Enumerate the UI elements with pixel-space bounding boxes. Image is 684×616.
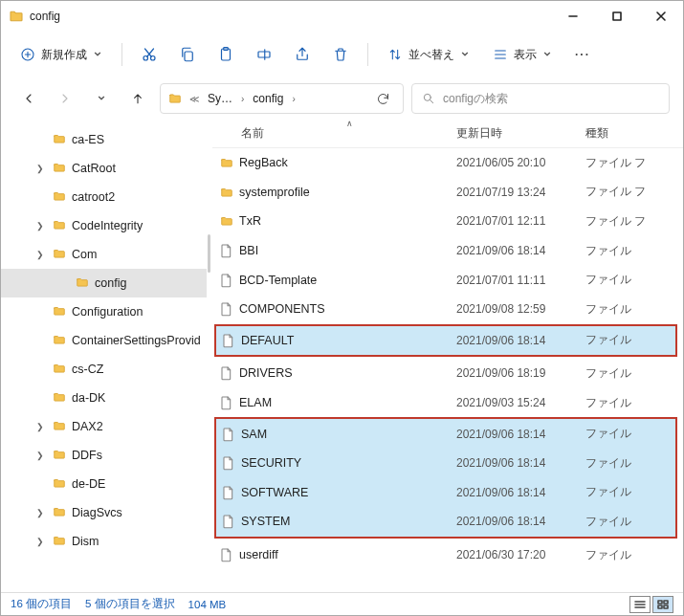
tree-item[interactable]: config bbox=[1, 269, 207, 297]
file-name: SYSTEM bbox=[241, 515, 456, 528]
file-row[interactable]: DEFAULT2021/09/06 18:14ファイル bbox=[216, 326, 675, 356]
expand-icon[interactable]: ❯ bbox=[33, 250, 47, 259]
file-icon bbox=[220, 485, 241, 500]
column-headers[interactable]: ∧ 名前 更新日時 種類 bbox=[212, 120, 683, 148]
breadcrumb-segment[interactable]: config bbox=[250, 90, 286, 107]
tree-item[interactable]: ❯CodeIntegrity bbox=[1, 211, 207, 240]
paste-button[interactable] bbox=[209, 39, 243, 70]
folder-icon bbox=[51, 218, 68, 234]
file-name: SOFTWARE bbox=[241, 486, 456, 499]
status-size: 104 MB bbox=[188, 599, 227, 610]
folder-icon bbox=[51, 390, 68, 407]
expand-icon[interactable]: ❯ bbox=[33, 451, 47, 460]
copy-button[interactable] bbox=[170, 39, 205, 70]
forward-button[interactable] bbox=[51, 84, 79, 113]
file-date: 2021/09/06 18:14 bbox=[456, 456, 585, 470]
file-icon bbox=[218, 365, 239, 381]
file-type: ファイル bbox=[585, 547, 683, 563]
minimize-button[interactable] bbox=[551, 1, 595, 32]
expand-icon[interactable]: ❯ bbox=[33, 422, 47, 431]
file-row[interactable]: SOFTWARE2021/09/06 18:14ファイル bbox=[216, 478, 675, 508]
chevron-icon[interactable]: › bbox=[239, 94, 246, 104]
col-name[interactable]: 名前 bbox=[212, 125, 456, 142]
splitter[interactable] bbox=[207, 120, 212, 592]
tree-item[interactable]: da-DK bbox=[1, 384, 207, 412]
folder-tree[interactable]: ca-ES❯CatRootcatroot2❯CodeIntegrity❯Comc… bbox=[1, 120, 207, 592]
rename-button[interactable] bbox=[247, 39, 281, 70]
tree-item[interactable]: ❯DAX2 bbox=[1, 412, 207, 441]
view-icons-button[interactable] bbox=[652, 596, 673, 613]
chevron-icon[interactable]: › bbox=[290, 94, 297, 104]
file-row[interactable]: DRIVERS2021/09/06 18:19ファイル bbox=[212, 359, 683, 388]
tree-item[interactable]: cs-CZ bbox=[1, 355, 207, 384]
svg-rect-12 bbox=[664, 605, 668, 608]
tree-item-label: de-DE bbox=[72, 477, 105, 491]
expand-icon[interactable]: ❯ bbox=[33, 537, 47, 546]
folder-icon bbox=[51, 189, 68, 206]
file-row[interactable]: SAM2021/09/06 18:14ファイル bbox=[216, 419, 675, 449]
expand-icon[interactable]: ❯ bbox=[33, 221, 47, 231]
file-name: systemprofile bbox=[239, 186, 456, 199]
file-row[interactable]: RegBack2021/06/05 20:10ファイル フ bbox=[212, 148, 683, 178]
tree-item-label: catroot2 bbox=[72, 190, 115, 204]
tree-item[interactable]: ca-ES bbox=[1, 125, 207, 154]
file-name: COMPONENTS bbox=[239, 302, 456, 316]
up-button[interactable] bbox=[123, 84, 152, 113]
refresh-button[interactable] bbox=[368, 84, 397, 113]
tree-item[interactable]: ❯CatRoot bbox=[1, 154, 207, 183]
more-button[interactable]: ··· bbox=[565, 39, 600, 70]
folder-icon bbox=[51, 505, 68, 521]
file-row[interactable]: SYSTEM2021/09/06 18:14ファイル bbox=[216, 507, 675, 537]
file-row[interactable]: SECURITY2021/09/06 18:14ファイル bbox=[216, 449, 675, 478]
tree-item[interactable]: de-DE bbox=[1, 470, 207, 498]
folder-icon bbox=[51, 448, 68, 464]
folder-icon bbox=[218, 156, 239, 169]
recent-dropdown[interactable] bbox=[87, 84, 116, 113]
tree-item[interactable]: ❯Dism bbox=[1, 527, 207, 556]
view-button[interactable]: 表示 bbox=[483, 39, 562, 70]
new-button[interactable]: 新規作成 bbox=[11, 39, 112, 70]
breadcrumb-segment[interactable]: Sy… bbox=[205, 90, 235, 107]
file-date: 2021/09/08 12:59 bbox=[456, 302, 585, 316]
sort-button[interactable]: 並べ替え bbox=[378, 39, 479, 70]
file-row[interactable]: systemprofile2021/07/19 13:24ファイル フ bbox=[212, 178, 683, 208]
share-button[interactable] bbox=[285, 39, 320, 70]
view-details-button[interactable] bbox=[629, 596, 651, 613]
file-type: ファイル bbox=[585, 514, 675, 530]
tree-item[interactable]: catroot2 bbox=[1, 183, 207, 211]
tree-item[interactable]: ContainerSettingsProvid bbox=[1, 326, 207, 355]
file-row[interactable]: BCD-Template2021/07/01 11:11ファイル bbox=[212, 265, 683, 295]
expand-icon[interactable]: ❯ bbox=[33, 508, 47, 517]
cut-button[interactable] bbox=[132, 39, 166, 70]
tree-item[interactable]: ❯DiagSvcs bbox=[1, 498, 207, 527]
col-type[interactable]: 種類 bbox=[585, 125, 683, 142]
file-icon bbox=[218, 243, 239, 258]
file-row[interactable]: ELAM2021/09/03 15:24ファイル bbox=[212, 388, 683, 418]
file-name: SAM bbox=[241, 428, 456, 441]
back-button[interactable] bbox=[14, 84, 43, 113]
expand-icon[interactable]: ❯ bbox=[33, 164, 47, 173]
col-date[interactable]: 更新日時 bbox=[456, 125, 585, 142]
tree-item[interactable]: ❯DDFs bbox=[1, 441, 207, 470]
maximize-button[interactable] bbox=[595, 1, 639, 32]
tree-item[interactable]: Configuration bbox=[1, 297, 207, 326]
chevron-icon[interactable]: ≪ bbox=[188, 94, 201, 104]
file-type: ファイル bbox=[585, 484, 675, 500]
svg-point-8 bbox=[424, 94, 430, 100]
delete-button[interactable] bbox=[323, 39, 358, 70]
file-row[interactable]: TxR2021/07/01 12:11ファイル フ bbox=[212, 207, 683, 236]
file-type: ファイル フ bbox=[585, 213, 683, 230]
file-name: BCD-Template bbox=[239, 274, 456, 287]
tree-item[interactable]: ❯Com bbox=[1, 240, 207, 269]
address-bar[interactable]: ≪ Sy… › config › bbox=[160, 83, 404, 114]
file-row[interactable]: COMPONENTS2021/09/08 12:59ファイル bbox=[212, 295, 683, 324]
file-name: userdiff bbox=[239, 548, 456, 561]
file-row[interactable]: userdiff2021/06/30 17:20ファイル bbox=[212, 540, 683, 570]
file-list[interactable]: RegBack2021/06/05 20:10ファイル フsystemprofi… bbox=[212, 148, 683, 592]
file-date: 2021/07/01 12:11 bbox=[456, 214, 585, 228]
close-button[interactable] bbox=[639, 1, 683, 32]
file-type: ファイル bbox=[585, 243, 683, 259]
nav-row: ≪ Sy… › config › configの検索 bbox=[1, 77, 683, 120]
file-row[interactable]: BBI2021/09/06 18:14ファイル bbox=[212, 236, 683, 266]
search-box[interactable]: configの検索 bbox=[411, 83, 670, 114]
